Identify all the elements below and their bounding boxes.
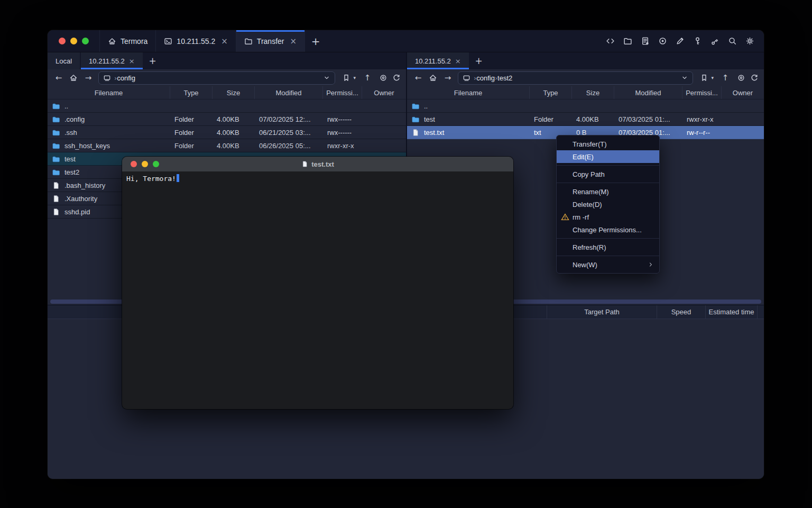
chevron-down-icon[interactable] xyxy=(323,74,330,81)
folder-icon xyxy=(411,102,420,110)
menu-item-rename-m[interactable]: Rename(M) xyxy=(557,185,659,198)
column-header-size[interactable]: Size xyxy=(213,86,255,99)
menu-item-rm-rf[interactable]: rm -rf xyxy=(557,211,659,223)
column-header-modified[interactable]: Modified xyxy=(255,86,323,99)
tab-transfer[interactable]: Transfer× xyxy=(236,30,305,52)
settings-button[interactable] xyxy=(743,34,756,48)
home-button[interactable] xyxy=(426,71,440,85)
file-row[interactable]: .sshFolder4.00KB06/21/2025 03:...rwx----… xyxy=(48,126,406,139)
file-row[interactable]: .. xyxy=(48,99,406,113)
column-header-owner[interactable]: Owner xyxy=(722,86,764,99)
bookmark-button[interactable] xyxy=(700,74,708,82)
type-cell xyxy=(170,99,213,112)
menu-item-refresh-r[interactable]: Refresh(R) xyxy=(557,241,659,253)
home-button[interactable] xyxy=(67,71,80,85)
panel-new-tab-button[interactable]: + xyxy=(144,52,162,69)
chevron-down-icon[interactable] xyxy=(681,74,688,81)
record-button[interactable] xyxy=(656,34,669,48)
log-button[interactable] xyxy=(639,34,652,48)
back-button[interactable]: ← xyxy=(52,71,66,85)
file-row[interactable]: ssh_host_keysFolder4.00KB06/26/2025 05:.… xyxy=(48,139,406,152)
filename: test xyxy=(64,155,76,163)
key-button[interactable] xyxy=(691,34,704,48)
close-tab-icon[interactable]: × xyxy=(129,57,135,65)
modified-cell: 06/21/2025 03:... xyxy=(255,126,323,139)
file-row[interactable]: testFolder4.00KB07/03/2025 01:...rwxr-xr… xyxy=(407,113,764,126)
preview-toggle-button[interactable] xyxy=(737,74,745,82)
editor-titlebar[interactable]: test.txt xyxy=(122,157,513,171)
path-field[interactable]: ›config xyxy=(98,71,335,85)
keychain-button[interactable] xyxy=(708,34,722,48)
panel-tab-10-211-55-2[interactable]: 10.211.55.2× xyxy=(407,52,469,69)
refresh-button[interactable] xyxy=(392,74,401,82)
filename: test xyxy=(424,115,435,123)
computer-icon xyxy=(103,74,111,82)
bookmark-dropdown-icon[interactable]: ▾ xyxy=(353,75,356,80)
filename-cell: .config xyxy=(48,113,170,125)
tab-termora[interactable]: Termora xyxy=(99,30,156,52)
column-header-owner[interactable]: Owner xyxy=(362,86,406,99)
edit-button[interactable] xyxy=(673,34,687,48)
bookmark-button[interactable] xyxy=(342,74,350,82)
close-tab-icon[interactable]: × xyxy=(290,37,297,46)
transfer-column-header-estimated-time[interactable]: Estimated time xyxy=(706,305,758,319)
menu-item-transfer-t[interactable]: Transfer(T) xyxy=(557,138,659,150)
menu-item-delete-d[interactable]: Delete(D) xyxy=(557,198,659,211)
bookmark-dropdown-icon[interactable]: ▾ xyxy=(711,75,714,80)
bookmark-icon xyxy=(342,74,350,82)
breadcrumb-segment[interactable]: test2 xyxy=(497,74,512,82)
close-tab-icon[interactable]: × xyxy=(221,37,228,46)
breadcrumb: ›config›test2 xyxy=(474,74,512,82)
refresh-button[interactable] xyxy=(750,74,759,82)
file-row[interactable]: .. xyxy=(407,99,764,113)
panel-new-tab-button[interactable]: + xyxy=(470,52,488,69)
back-button[interactable]: ← xyxy=(411,71,425,85)
owner-cell xyxy=(722,113,764,125)
editor-close-button[interactable] xyxy=(131,161,137,167)
menu-item-change-permissions[interactable]: Change Permissions... xyxy=(557,223,659,236)
close-window-button[interactable] xyxy=(59,38,66,44)
filename: test2 xyxy=(64,168,79,176)
column-header-permissi[interactable]: Permissi... xyxy=(323,86,362,99)
eye-icon xyxy=(737,74,745,82)
editor-maximize-button[interactable] xyxy=(153,161,159,167)
search-button[interactable] xyxy=(726,34,739,48)
column-header-filename[interactable]: Filename xyxy=(407,86,530,99)
transfer-column-header-speed[interactable]: Speed xyxy=(657,305,706,319)
close-tab-icon[interactable]: × xyxy=(455,57,461,65)
column-header-permissi[interactable]: Permissi... xyxy=(682,86,722,99)
editor-window: test.txt Hi, Termora! xyxy=(122,157,513,409)
breadcrumb-segment[interactable]: config xyxy=(117,74,135,82)
left-pathbar: ← → ›config ▾ ↑ xyxy=(48,69,406,86)
editor-minimize-button[interactable] xyxy=(142,161,148,167)
column-header-filename[interactable]: Filename xyxy=(48,86,170,99)
code-button[interactable] xyxy=(604,34,617,48)
forward-button[interactable]: → xyxy=(81,71,95,85)
panel-tab-local[interactable]: Local xyxy=(48,52,80,69)
transfer-column-header-target-path[interactable]: Target Path xyxy=(547,305,657,319)
forward-button[interactable]: → xyxy=(441,71,455,85)
path-field[interactable]: ›config›test2 xyxy=(458,71,693,85)
window-toolbar xyxy=(604,30,764,52)
menu-item-copy-path[interactable]: Copy Path xyxy=(557,168,659,180)
panel-tab-10-211-55-2[interactable]: 10.211.55.2× xyxy=(81,52,143,69)
menu-item-new-w[interactable]: New(W) xyxy=(557,258,659,271)
column-header-modified[interactable]: Modified xyxy=(614,86,682,99)
new-tab-button[interactable]: + xyxy=(305,30,326,52)
column-header-size[interactable]: Size xyxy=(572,86,614,99)
menu-item-edit-e[interactable]: Edit(E) xyxy=(557,150,659,163)
preview-toggle-button[interactable] xyxy=(379,74,387,82)
tab-10-211-55-2[interactable]: 10.211.55.2× xyxy=(156,30,236,52)
upload-button[interactable]: ↑ xyxy=(361,71,374,85)
folder-tool-button[interactable] xyxy=(621,34,634,48)
column-header-type[interactable]: Type xyxy=(530,86,572,99)
editor-content[interactable]: Hi, Termora! xyxy=(122,171,513,186)
breadcrumb-segment[interactable]: config xyxy=(476,74,495,82)
filename: .. xyxy=(64,102,68,110)
type-cell: Folder xyxy=(170,113,213,125)
upload-button[interactable]: ↑ xyxy=(718,71,732,85)
maximize-window-button[interactable] xyxy=(82,38,89,44)
file-row[interactable]: .configFolder4.00KB07/02/2025 12:...rwx-… xyxy=(48,113,406,126)
column-header-type[interactable]: Type xyxy=(170,86,213,99)
minimize-window-button[interactable] xyxy=(70,38,77,44)
